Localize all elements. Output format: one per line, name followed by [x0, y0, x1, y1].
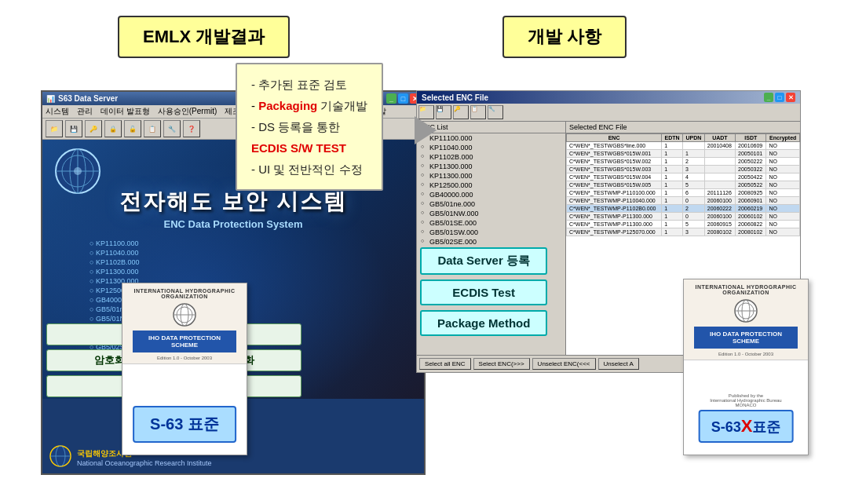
- callout-line2: - Packaging 기술개발: [251, 95, 367, 116]
- s63-badge-left: S-63 표준: [133, 406, 236, 443]
- menu-permit[interactable]: 사용승인(Permit): [158, 106, 217, 117]
- table-row[interactable]: C*WEN*_TESTWMP-P125070.00013200801022008…: [567, 228, 800, 236]
- s63x-prefix: S-63: [711, 419, 741, 436]
- table-row[interactable]: C*WEN*_TESTWGBS*015W.0041420050422NO: [567, 173, 800, 181]
- footer-org-en: National Oceanographic Research Institut…: [77, 459, 212, 467]
- enc-korean-title: 전자해도 보안 시스템: [119, 187, 347, 217]
- col-enc-flag: Encrypted: [766, 134, 800, 142]
- info-box-ds-register: Data Server 등록: [420, 247, 547, 275]
- enc-emblem: [54, 148, 101, 195]
- right-info-boxes: Data Server 등록 ECDIS Test Package Method: [420, 247, 547, 336]
- table-row[interactable]: C*WEN*_TESTWGBS*015W.0011120050101NO: [567, 150, 800, 158]
- window-title: S63 Data Server: [58, 94, 118, 103]
- ds-titlebar: Selected ENC File _ □ ✕: [417, 91, 800, 104]
- ds-tree-item-4[interactable]: KP11300.000: [417, 162, 565, 171]
- book-top-right: INTERNATIONAL HYDROGRAPHIC ORGANIZATION …: [684, 279, 808, 360]
- tb-btn-3[interactable]: 🔑: [85, 120, 102, 137]
- s63x-x: X: [741, 416, 753, 436]
- callout-line4: ECDIS S/W TEST: [251, 137, 367, 159]
- minimize-button[interactable]: _: [386, 93, 396, 104]
- table-row[interactable]: C*WEN*_TESTWMP-P110040.00010200601002006…: [567, 197, 800, 205]
- ds-win-controls: _ □ ✕: [764, 93, 795, 102]
- tb-btn-8[interactable]: ❓: [183, 120, 200, 137]
- tb-btn-7[interactable]: 🔧: [163, 120, 181, 137]
- callout-arrow: [415, 116, 437, 144]
- btn-unselect-a[interactable]: Unselect A: [598, 358, 639, 370]
- ds-tree-item-6[interactable]: KP12500.000: [417, 181, 565, 190]
- menu-data[interactable]: 데이터 발표형: [100, 106, 150, 117]
- footer-logo-icon: [49, 444, 72, 468]
- book-top-left: INTERNATIONAL HYDROGRAPHIC ORGANIZATION …: [122, 283, 247, 364]
- tb-btn-2[interactable]: 💾: [65, 120, 82, 137]
- maximize-button[interactable]: □: [398, 93, 408, 104]
- book-edition-left: Edition 1.0 - October 2003: [126, 356, 243, 360]
- btn-unselect-enc[interactable]: Unselect ENC(<<<: [532, 358, 596, 370]
- col-isdt: ISDT: [736, 134, 766, 142]
- book-title-left: IHO DATA PROTECTION SCHEME: [133, 331, 236, 352]
- ds-max-btn[interactable]: □: [775, 93, 784, 102]
- ds-tree-item-12[interactable]: GB5/02SE.000: [417, 237, 565, 247]
- s63x-suffix: 표준: [752, 418, 780, 436]
- book-title-right: IHO DATA PROTECTION SCHEME: [694, 327, 798, 349]
- enc-subtitle: ENC Data Protection System: [164, 218, 303, 230]
- book-org-left: INTERNATIONAL HYDROGRAPHIC ORGANIZATION: [126, 288, 243, 299]
- table-row[interactable]: C*WEN*_TESTWGBS*015W.0031320050322NO: [567, 166, 800, 173]
- svg-point-5: [74, 167, 82, 175]
- ds-tb-3[interactable]: 🔑: [453, 105, 469, 119]
- book-panel-right: INTERNATIONAL HYDROGRAPHIC ORGANIZATION …: [683, 279, 809, 455]
- table-row[interactable]: C*WEN*_TESTWGBS*line.0001200104082001060…: [567, 142, 800, 150]
- ds-table-header: Selected ENC File: [566, 122, 800, 133]
- emlx-title-box: EMLX 개발결과: [118, 16, 290, 58]
- tb-btn-4[interactable]: 🔒: [104, 120, 122, 137]
- ds-tree-item-10[interactable]: GB5/01SE.000: [417, 218, 565, 228]
- tb-btn-5[interactable]: 🔓: [124, 120, 141, 137]
- ds-tree-item-8[interactable]: GB5/01ne.000: [417, 199, 565, 209]
- ds-tree-item-5[interactable]: KP11300.000: [417, 171, 565, 181]
- ds-tb-4[interactable]: 📋: [470, 105, 486, 119]
- ds-tree-header: ENC List: [417, 122, 565, 133]
- ds-tb-2[interactable]: 💾: [436, 105, 451, 119]
- col-updn: UPDN: [683, 134, 705, 142]
- book-body-right: [684, 360, 808, 392]
- book-org-right: INTERNATIONAL HYDROGRAPHIC ORGANIZATION: [688, 284, 804, 295]
- table-row[interactable]: C*WEN*_TESTWMP-P11300.000102006010020060…: [567, 213, 800, 221]
- ds-title: Selected ENC File: [422, 93, 488, 102]
- ds-tb-5[interactable]: 🔧: [488, 105, 503, 119]
- btn-select-enc[interactable]: Select ENC(>>>: [473, 358, 530, 370]
- dev-label: 개발 사항: [528, 27, 601, 46]
- ds-tree-item-7[interactable]: GB40000.000: [417, 190, 565, 199]
- ds-min-btn[interactable]: _: [764, 93, 773, 102]
- col-uadt: UADT: [704, 134, 735, 142]
- tb-btn-1[interactable]: 📁: [46, 120, 63, 137]
- table-row[interactable]: C*WEN*_TESTWGBS*015W.0021220050222NO: [567, 158, 800, 166]
- ds-tree-item-1[interactable]: KP11100.000: [417, 133, 565, 143]
- menu-system[interactable]: 시스템: [46, 106, 69, 117]
- col-edtn: EDTN: [662, 134, 683, 142]
- window-controls: _ □ ✕: [386, 93, 420, 104]
- tb-btn-6[interactable]: 📋: [144, 120, 161, 137]
- info-box-ecdis-test: ECDIS Test: [420, 279, 547, 305]
- table-row[interactable]: C*WEN*_TESTWGBS*015W.0051520050522NO: [567, 181, 800, 189]
- callout-line1: - 추가된 표준 검토: [251, 74, 367, 95]
- table-row[interactable]: C*WEN*_TESTWMP-P1102B0.00012200602222006…: [567, 205, 800, 213]
- book-panel-left: INTERNATIONAL HYDROGRAPHIC ORGANIZATION …: [122, 283, 247, 455]
- table-row[interactable]: C*WEN*_TESTWMP-P11300.000152006091520060…: [567, 221, 800, 228]
- ds-tree-item-11[interactable]: GB5/01SW.000: [417, 228, 565, 237]
- ds-tree-item-2[interactable]: KP11040.000: [417, 143, 565, 152]
- callout-line5: - UI 및 전반적인 수정: [251, 159, 367, 180]
- table-row[interactable]: C*WEN*_TESTWMP-P110100.00016201111262008…: [567, 189, 800, 197]
- callout-line3: - DS 등록을 통한: [251, 116, 367, 137]
- btn-select-all[interactable]: Select all ENC: [419, 358, 471, 370]
- info-box-package-method: Package Method: [420, 310, 547, 336]
- emlx-label: EMLX 개발결과: [143, 27, 265, 46]
- book-edition-right: Edition 1.0 - October 2003: [688, 352, 804, 356]
- ds-tree-item-9[interactable]: GB5/01NW.000: [417, 209, 565, 218]
- menu-manage[interactable]: 관리: [77, 106, 93, 117]
- s63x-badge-right: S-63X 표준: [699, 410, 794, 443]
- book-body-left: [122, 364, 247, 404]
- ds-tree-item-3[interactable]: KP1102B.000: [417, 152, 565, 162]
- book-emblem-right: [733, 298, 758, 323]
- col-enc: ENC: [567, 134, 662, 142]
- book-published-right: Published by theInternational Hydrograph…: [684, 392, 808, 409]
- ds-close-btn[interactable]: ✕: [786, 93, 795, 102]
